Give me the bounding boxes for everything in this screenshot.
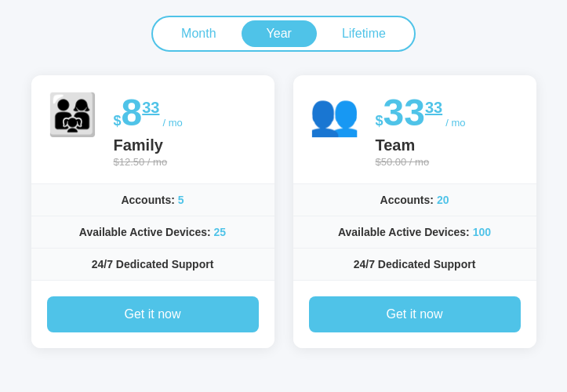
team-plan-name: Team (376, 136, 466, 154)
family-price-main: 8 (122, 94, 143, 132)
family-plan-name: Family (114, 136, 183, 154)
team-cta-area: Get it now (293, 281, 536, 348)
family-devices-row: Available Active Devices: 25 (31, 216, 274, 249)
team-original-price: $50.00 / mo (376, 156, 466, 168)
family-original-price: $12.50 / mo (114, 156, 183, 168)
team-card-header: 👥 $ 33 33 / mo Team $50.00 / mo (293, 75, 536, 183)
toggle-year[interactable]: Year (242, 20, 317, 47)
family-title-area: $ 8 33 / mo Family $12.50 / mo (114, 94, 183, 168)
billing-toggle: Month Year Lifetime (151, 16, 416, 52)
team-price-period: / mo (445, 117, 465, 129)
family-get-now-button[interactable]: Get it now (47, 296, 259, 332)
family-support-label: 24/7 Dedicated Support (92, 258, 214, 270)
team-features: Accounts: 20 Available Active Devices: 1… (293, 183, 536, 281)
family-price-row: $ 8 33 / mo (114, 94, 183, 132)
team-support-label: 24/7 Dedicated Support (354, 258, 476, 270)
family-icon: 👨‍👩‍👧 (47, 94, 98, 135)
team-support-row: 24/7 Dedicated Support (293, 249, 536, 281)
team-devices-row: Available Active Devices: 100 (293, 216, 536, 249)
team-accounts-row: Accounts: 20 (293, 184, 536, 216)
family-support-row: 24/7 Dedicated Support (31, 249, 274, 281)
team-price-dollar: $ (376, 113, 383, 129)
toggle-lifetime[interactable]: Lifetime (317, 20, 411, 47)
team-accounts-value: 20 (437, 194, 449, 206)
family-cta-area: Get it now (31, 281, 274, 348)
toggle-month[interactable]: Month (156, 20, 241, 47)
team-price-main: 33 (383, 94, 425, 132)
family-accounts-value: 5 (178, 194, 184, 206)
family-accounts-row: Accounts: 5 (31, 184, 274, 216)
family-plan-card: 👨‍👩‍👧 $ 8 33 / mo Family $12.50 / mo Acc… (31, 75, 274, 348)
team-devices-value: 100 (473, 226, 491, 238)
plans-container: 👨‍👩‍👧 $ 8 33 / mo Family $12.50 / mo Acc… (31, 75, 536, 348)
family-devices-value: 25 (214, 226, 227, 238)
family-features: Accounts: 5 Available Active Devices: 25… (31, 183, 274, 281)
team-get-now-button[interactable]: Get it now (309, 296, 521, 332)
team-price-row: $ 33 33 / mo (376, 94, 466, 132)
family-price-decimal: 33 (142, 99, 159, 117)
family-card-header: 👨‍👩‍👧 $ 8 33 / mo Family $12.50 / mo (31, 75, 274, 183)
family-price-dollar: $ (114, 113, 122, 129)
team-icon: 👥 (309, 94, 360, 135)
team-price-decimal: 33 (425, 99, 442, 117)
team-title-area: $ 33 33 / mo Team $50.00 / mo (376, 94, 466, 168)
team-plan-card: 👥 $ 33 33 / mo Team $50.00 / mo Accounts… (293, 75, 536, 348)
family-price-period: / mo (162, 117, 182, 129)
